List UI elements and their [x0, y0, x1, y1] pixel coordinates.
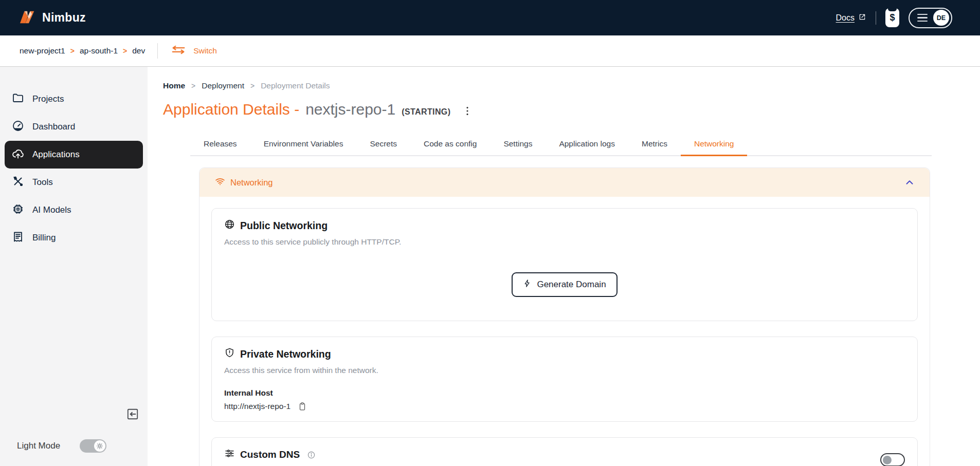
sidebar-item-label: AI Models	[32, 205, 71, 215]
context-separator: >	[123, 47, 127, 55]
context-project[interactable]: new-project1	[20, 46, 65, 55]
custom-dns-card: Custom DNS	[211, 437, 918, 466]
brand-name: Nimbuz	[42, 11, 86, 25]
generate-domain-wrap: Generate Domain	[224, 272, 905, 297]
folder-icon	[12, 92, 24, 107]
light-mode-label: Light Mode	[17, 441, 60, 451]
app-root: Nimbuz Docs $ DE	[0, 0, 980, 466]
avatar-initials: DE	[937, 14, 946, 22]
tab-application-logs[interactable]: Application logs	[546, 133, 628, 155]
shield-icon	[224, 347, 235, 361]
switch-environment-button[interactable]: Switch	[170, 45, 217, 57]
private-networking-title: Private Networking	[224, 347, 905, 361]
sidebar-item-applications[interactable]: Applications	[5, 141, 143, 169]
custom-dns-label: Custom DNS	[240, 449, 300, 460]
light-mode-toggle[interactable]	[80, 439, 106, 453]
networking-accordion-body: Public Networking Access to this service…	[199, 197, 930, 466]
billing-dollar-button[interactable]: $	[885, 8, 899, 27]
tab-environment-variables[interactable]: Environment Variables	[250, 133, 357, 155]
breadcrumb-separator: >	[191, 82, 195, 90]
sidebar-item-projects[interactable]: Projects	[5, 85, 143, 113]
tab-secrets[interactable]: Secrets	[356, 133, 410, 155]
gauge-icon	[12, 120, 24, 135]
sliders-icon	[224, 448, 235, 461]
chevron-up-icon[interactable]	[904, 177, 915, 188]
sidebar-item-label: Applications	[32, 150, 80, 160]
context-divider	[157, 43, 158, 59]
wifi-icon	[215, 176, 225, 189]
main-content: Home > Deployment > Deployment Details A…	[148, 67, 980, 466]
generate-domain-button[interactable]: Generate Domain	[512, 272, 617, 297]
page-title-app-name: nextjs-repo-1	[305, 101, 395, 118]
breadcrumb-separator: >	[250, 82, 255, 90]
cloud-upload-icon	[12, 147, 24, 162]
tools-icon	[12, 175, 24, 190]
sidebar-item-ai-models[interactable]: AI Models	[5, 196, 143, 224]
tab-settings[interactable]: Settings	[490, 133, 546, 155]
sidebar-bottom: Light Mode	[0, 407, 148, 466]
internal-host-row: http://nextjs-repo-1	[224, 402, 905, 411]
internal-host-label: Internal Host	[224, 388, 905, 398]
docs-label: Docs	[836, 13, 855, 23]
breadcrumb-home[interactable]: Home	[163, 81, 185, 90]
lightning-icon	[523, 278, 532, 291]
tab-releases[interactable]: Releases	[190, 133, 250, 155]
collapse-sidebar-icon[interactable]	[126, 407, 139, 421]
sidebar-item-label: Dashboard	[32, 122, 75, 132]
account-menu-button[interactable]: DE	[909, 8, 952, 28]
top-navbar: Nimbuz Docs $ DE	[0, 0, 980, 35]
sidebar-item-dashboard[interactable]: Dashboard	[5, 113, 143, 141]
navbar-right: Docs $ DE	[836, 8, 952, 28]
nimbuz-logo-icon	[20, 9, 37, 27]
navbar-divider	[876, 11, 876, 25]
sidebar: Projects Dashboard	[0, 67, 148, 466]
receipt-icon	[12, 231, 24, 246]
custom-dns-title: Custom DNS	[224, 448, 905, 461]
breadcrumb-deployment[interactable]: Deployment	[202, 81, 244, 90]
info-icon[interactable]	[307, 451, 316, 459]
sidebar-item-tools[interactable]: Tools	[5, 169, 143, 196]
context-bar: new-project1 > ap-south-1 > dev Switch	[0, 35, 980, 67]
internal-host-value: http://nextjs-repo-1	[224, 402, 291, 411]
networking-accordion-title: Networking	[215, 176, 273, 189]
sidebar-item-label: Projects	[32, 94, 64, 104]
sidebar-item-label: Tools	[32, 177, 53, 188]
docs-link[interactable]: Docs	[836, 13, 866, 23]
context-environment[interactable]: dev	[132, 46, 145, 55]
private-networking-description: Access this service from within the netw…	[224, 366, 905, 375]
private-networking-label: Private Networking	[240, 348, 331, 360]
sidebar-item-label: Billing	[32, 233, 56, 243]
chip-icon	[12, 203, 24, 218]
brand-logo[interactable]: Nimbuz	[20, 9, 86, 27]
private-networking-card: Private Networking Access this service f…	[211, 337, 918, 422]
tab-metrics[interactable]: Metrics	[628, 133, 681, 155]
breadcrumb: Home > Deployment > Deployment Details	[163, 81, 980, 90]
networking-section: Networking	[199, 167, 930, 466]
custom-dns-toggle-knob	[883, 456, 892, 464]
page-title-prefix: Application Details -	[163, 101, 299, 118]
sun-icon	[94, 440, 105, 452]
networking-accordion-label: Networking	[230, 178, 273, 188]
custom-dns-toggle[interactable]	[880, 453, 905, 466]
kebab-menu-icon[interactable]	[462, 105, 473, 117]
context-separator: >	[70, 47, 75, 55]
globe-icon	[224, 219, 235, 232]
sidebar-item-billing[interactable]: Billing	[5, 224, 143, 252]
networking-accordion-header[interactable]: Networking	[199, 168, 930, 197]
tab-code-as-config[interactable]: Code as config	[410, 133, 490, 155]
page-title: Application Details - nextjs-repo-1 (STA…	[163, 101, 980, 121]
public-networking-title: Public Networking	[224, 219, 905, 232]
shell: Projects Dashboard	[0, 67, 980, 466]
breadcrumb-deployment-details: Deployment Details	[261, 81, 330, 90]
generate-domain-label: Generate Domain	[537, 279, 606, 290]
switch-label: Switch	[193, 46, 217, 55]
tab-networking[interactable]: Networking	[681, 133, 748, 156]
context-region[interactable]: ap-south-1	[80, 46, 118, 55]
switch-arrows-icon	[170, 45, 187, 57]
status-badge: (STARTING)	[402, 103, 450, 121]
public-networking-description: Access to this service publicly through …	[224, 237, 905, 247]
tabs-row: Releases Environment Variables Secrets C…	[190, 133, 932, 156]
public-networking-label: Public Networking	[240, 220, 328, 232]
light-mode-row: Light Mode	[0, 439, 148, 453]
clipboard-icon[interactable]	[298, 402, 307, 411]
